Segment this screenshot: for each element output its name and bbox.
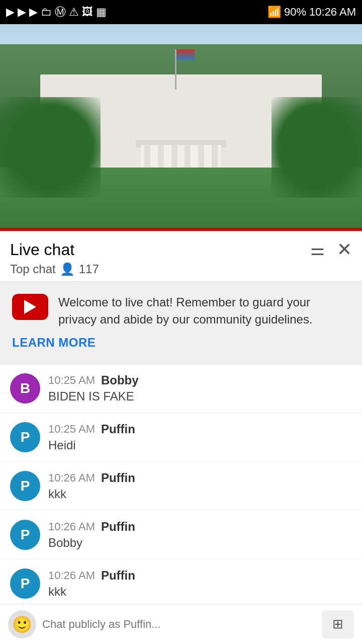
table-row: P 10:26 AM Puffin kkk <box>0 559 362 608</box>
avatar: P <box>10 520 40 550</box>
message-time: 10:26 AM <box>48 569 95 582</box>
close-icon[interactable]: ✕ <box>337 239 352 260</box>
avatar: P <box>10 422 40 452</box>
avatar-letter: B <box>20 380 30 396</box>
message-time: 10:25 AM <box>48 374 95 387</box>
message-time: 10:25 AM <box>48 423 95 436</box>
message-time: 10:26 AM <box>48 520 95 533</box>
front-trees-left <box>0 97 101 198</box>
avatar: P <box>10 471 40 501</box>
front-trees-right <box>272 97 362 198</box>
avatar-letter: P <box>21 429 30 445</box>
time-display: 10:26 AM <box>309 6 356 19</box>
welcome-message: Welcome to live chat! Remember to guard … <box>58 294 350 328</box>
video-player[interactable] <box>0 24 362 228</box>
message-body: 10:25 AM Bobby BIDEN IS FAKE <box>48 373 139 404</box>
app-icon-5: Ⓜ <box>55 5 66 20</box>
table-row: B 10:25 AM Bobby BIDEN IS FAKE <box>0 364 362 413</box>
learn-more-button[interactable]: LEARN MORE <box>12 336 350 350</box>
app-icon-1: ▶ <box>6 6 15 19</box>
chat-subtitle: Top chat 👤 117 <box>10 262 352 276</box>
avatar-letter: P <box>21 478 30 494</box>
status-bar: ▶ ▶ ▶ 🗀 Ⓜ ⚠ 🖼 ▦ 📶 90% 10:26 AM <box>0 0 362 24</box>
avatar-letter: P <box>21 527 30 543</box>
app-icon-8: ▦ <box>96 6 107 19</box>
youtube-logo <box>12 294 48 320</box>
message-author: Bobby <box>101 373 139 387</box>
battery-text: 90% <box>284 6 306 19</box>
message-text: BIDEN IS FAKE <box>48 389 139 404</box>
message-meta: 10:26 AM Puffin <box>48 520 135 534</box>
app-icon-2: ▶ <box>18 6 26 19</box>
welcome-banner: Welcome to live chat! Remember to guard … <box>0 282 362 364</box>
message-author: Puffin <box>101 471 135 485</box>
message-meta: 10:25 AM Puffin <box>48 422 135 436</box>
play-triangle <box>24 300 36 314</box>
video-thumbnail <box>0 24 362 228</box>
message-body: 10:26 AM Puffin kkk <box>48 569 135 599</box>
filter-icon[interactable]: ⚌ <box>310 240 325 259</box>
viewer-count: 117 <box>79 262 99 276</box>
status-right-icons: 📶 90% 10:26 AM <box>267 6 356 19</box>
chat-title: Live chat <box>10 240 74 259</box>
avatar: B <box>10 373 40 404</box>
table-row: P 10:25 AM Puffin Heidi <box>0 413 362 462</box>
app-icon-4: 🗀 <box>41 6 52 19</box>
app-icon-3: ▶ <box>29 6 38 19</box>
chat-messages-area: Welcome to live chat! Remember to guard … <box>0 282 362 644</box>
message-text: kkk <box>48 487 135 501</box>
message-meta: 10:26 AM Puffin <box>48 471 135 485</box>
message-body: 10:25 AM Puffin Heidi <box>48 422 135 452</box>
message-text: Heidi <box>48 438 135 452</box>
table-row: P 10:26 AM Puffin kkk <box>0 462 362 511</box>
avatar-letter: P <box>21 576 30 592</box>
message-author: Puffin <box>101 569 135 583</box>
message-body: 10:26 AM Puffin Bobby <box>48 520 135 550</box>
avatar: P <box>10 569 40 599</box>
welcome-content: Welcome to live chat! Remember to guard … <box>12 294 350 328</box>
flag <box>176 49 195 60</box>
message-time: 10:26 AM <box>48 471 95 485</box>
message-text: Bobby <box>48 536 135 550</box>
chat-input-bar: 🙂 ⊞ <box>0 604 362 644</box>
send-button[interactable]: ⊞ <box>322 610 354 638</box>
message-author: Puffin <box>101 422 135 436</box>
wifi-icon: 📶 <box>267 6 281 19</box>
message-body: 10:26 AM Puffin kkk <box>48 471 135 501</box>
chat-header-top: Live chat ⚌ ✕ <box>10 239 352 260</box>
send-icon: ⊞ <box>332 616 343 632</box>
app-icon-6: ⚠ <box>69 6 79 19</box>
chat-header-icons: ⚌ ✕ <box>310 239 352 260</box>
message-meta: 10:26 AM Puffin <box>48 569 135 583</box>
top-chat-label: Top chat <box>10 262 56 276</box>
app-icon-7: 🖼 <box>82 6 93 19</box>
chat-input[interactable] <box>42 610 316 638</box>
message-author: Puffin <box>101 520 135 534</box>
status-icons: ▶ ▶ ▶ 🗀 Ⓜ ⚠ 🖼 ▦ <box>6 5 107 20</box>
chat-header: Live chat ⚌ ✕ Top chat 👤 117 <box>0 231 362 282</box>
emoji-button[interactable]: 🙂 <box>8 610 36 638</box>
message-text: kkk <box>48 585 135 599</box>
table-row: P 10:26 AM Puffin Bobby <box>0 511 362 559</box>
chat-list: B 10:25 AM Bobby BIDEN IS FAKE P 10:25 A… <box>0 364 362 608</box>
message-meta: 10:25 AM Bobby <box>48 373 139 387</box>
people-icon: 👤 <box>60 262 75 276</box>
